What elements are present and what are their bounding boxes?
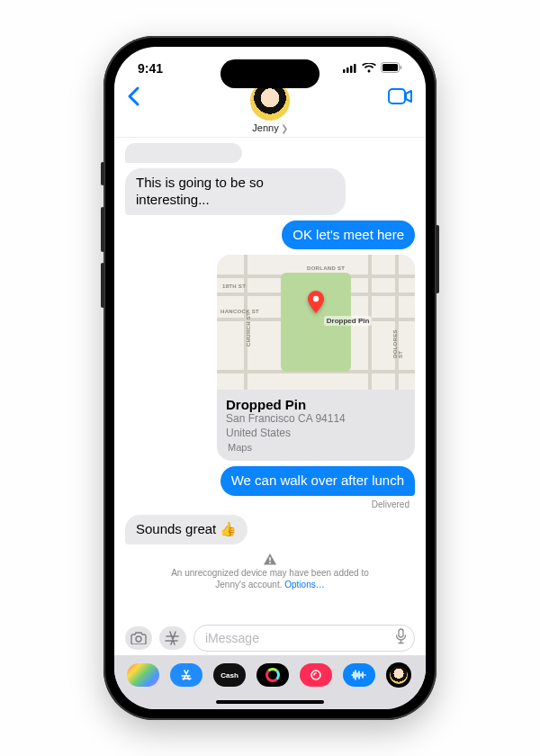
svg-rect-2 xyxy=(350,66,353,73)
map-preview: DORLAND ST 18TH ST HANCOCK ST CHURCH ST … xyxy=(217,255,415,390)
app-chip-music[interactable] xyxy=(300,663,332,687)
chevron-right-icon: ❯ xyxy=(281,123,288,133)
svg-rect-3 xyxy=(354,64,356,73)
svg-rect-6 xyxy=(400,66,402,69)
contact-name: Jenny xyxy=(252,122,278,133)
svg-rect-5 xyxy=(382,64,398,71)
compose-bar: iMessage xyxy=(114,619,426,655)
phone-frame: 9:41 Jenny ❯ xyxy=(104,36,436,720)
location-card[interactable]: DORLAND ST 18TH ST HANCOCK ST CHURCH ST … xyxy=(217,255,415,461)
location-address-1: San Francisco CA 94114 xyxy=(226,412,406,427)
warning-options-link[interactable]: Options… xyxy=(284,580,324,590)
dynamic-island xyxy=(220,59,320,88)
input-placeholder: iMessage xyxy=(205,631,259,645)
svg-rect-0 xyxy=(343,69,346,73)
map-street-label: HANCOCK ST xyxy=(220,309,259,314)
map-pin-label: Dropped Pin xyxy=(324,316,373,326)
svg-rect-12 xyxy=(399,629,403,637)
dictation-icon[interactable] xyxy=(395,628,407,648)
map-street-label: CHURCH ST xyxy=(246,312,251,346)
facetime-button[interactable] xyxy=(388,81,413,108)
battery-icon xyxy=(381,61,402,76)
wifi-icon xyxy=(362,61,376,76)
conversation[interactable]: This is going to be so interesting... OK… xyxy=(114,138,426,619)
camera-button[interactable] xyxy=(125,626,152,650)
svg-point-11 xyxy=(136,636,141,642)
map-street-label: DORLAND ST xyxy=(307,266,345,271)
map-street-label: 18TH ST xyxy=(222,284,246,289)
location-source: Maps xyxy=(226,442,406,453)
svg-point-10 xyxy=(269,562,271,563)
message-row: OK let's meet here xyxy=(125,220,415,250)
map-street-label: DOLORES ST xyxy=(392,324,403,358)
svg-rect-9 xyxy=(269,557,271,561)
home-indicator-area xyxy=(114,695,426,709)
svg-rect-1 xyxy=(346,68,349,73)
message-bubble-sent[interactable]: OK let's meet here xyxy=(282,220,415,250)
app-chip-photos[interactable] xyxy=(127,663,159,687)
home-indicator[interactable] xyxy=(216,700,324,704)
message-row: Sounds great 👍 xyxy=(125,515,415,544)
contact-header[interactable]: Jenny ❯ xyxy=(250,81,290,133)
app-chip-appstore[interactable] xyxy=(170,663,202,687)
warning-text: An unrecognized device may have been add… xyxy=(171,568,369,590)
mute-switch xyxy=(101,162,104,185)
app-chip-audio[interactable] xyxy=(343,663,375,687)
volume-up-button xyxy=(101,207,104,252)
message-input[interactable]: iMessage xyxy=(194,625,415,652)
warning-icon xyxy=(264,554,276,565)
screen: 9:41 Jenny ❯ xyxy=(114,47,426,709)
cellular-icon xyxy=(343,61,357,76)
app-strip: Cash xyxy=(114,655,426,695)
volume-down-button xyxy=(101,263,104,308)
message-bubble-partial xyxy=(125,143,242,163)
message-bubble-received[interactable]: This is going to be so interesting... xyxy=(125,168,346,215)
message-row: This is going to be so interesting... xyxy=(125,168,415,215)
svg-point-8 xyxy=(313,296,319,302)
power-button xyxy=(436,225,439,293)
security-warning: An unrecognized device may have been add… xyxy=(125,554,415,590)
app-chip-memoji[interactable] xyxy=(386,662,411,688)
svg-rect-7 xyxy=(389,89,405,104)
map-pin-icon xyxy=(307,291,325,317)
delivered-label: Delivered xyxy=(125,500,415,509)
back-button[interactable] xyxy=(127,81,152,112)
message-row: We can walk over after lunch xyxy=(125,466,415,496)
app-drawer-button[interactable] xyxy=(159,626,186,650)
location-address-2: United States xyxy=(226,427,406,441)
svg-point-13 xyxy=(311,670,320,680)
location-title: Dropped Pin xyxy=(226,397,406,412)
status-time: 9:41 xyxy=(138,61,163,76)
app-chip-apple-cash[interactable]: Cash xyxy=(213,663,246,687)
app-chip-fitness[interactable] xyxy=(256,663,289,687)
message-bubble-received[interactable]: Sounds great 👍 xyxy=(125,515,248,544)
message-bubble-sent[interactable]: We can walk over after lunch xyxy=(220,466,415,496)
message-row: DORLAND ST 18TH ST HANCOCK ST CHURCH ST … xyxy=(125,255,415,461)
